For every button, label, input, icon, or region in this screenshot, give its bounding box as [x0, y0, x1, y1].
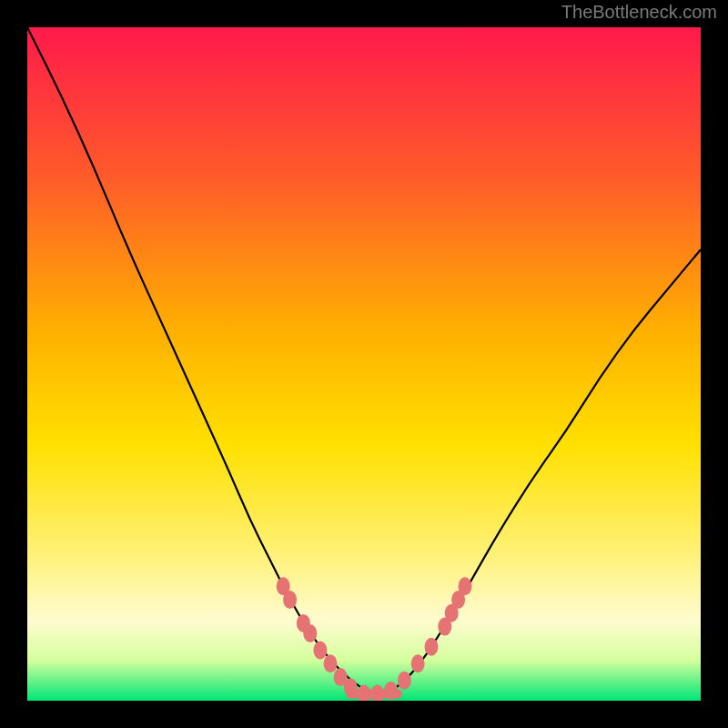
gradient-background	[27, 27, 701, 701]
data-point-marker	[411, 654, 425, 672]
data-point-marker	[384, 682, 398, 700]
data-point-marker	[313, 642, 327, 660]
data-point-marker	[283, 591, 297, 609]
data-point-marker	[324, 654, 338, 672]
data-point-marker	[425, 638, 439, 656]
data-point-marker	[398, 672, 411, 690]
plot-area	[27, 27, 701, 701]
chart-frame: TheBottleneck.com	[0, 0, 728, 728]
data-point-marker	[344, 678, 358, 696]
data-point-marker	[459, 577, 472, 595]
attribution-label: TheBottleneck.com	[561, 2, 717, 23]
data-point-marker	[303, 624, 317, 642]
chart-svg	[27, 27, 701, 701]
